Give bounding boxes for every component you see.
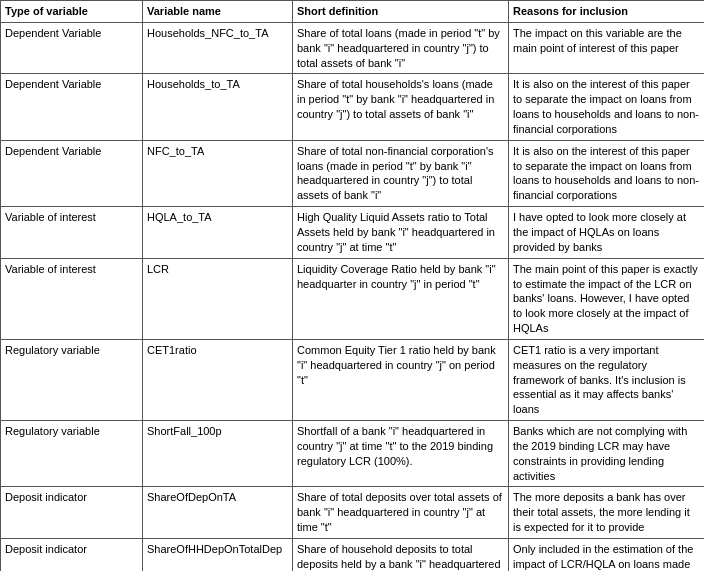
cell-definition: Share of household deposits to total dep… [293, 539, 509, 572]
header-reason: Reasons for inclusion [509, 1, 705, 23]
cell-type: Regulatory variable [1, 339, 143, 420]
header-definition: Short definition [293, 1, 509, 23]
cell-reason: The impact on this variable are the main… [509, 22, 705, 74]
cell-reason: The main point of this paper is exactly … [509, 258, 705, 339]
cell-name: ShortFall_100p [143, 421, 293, 487]
table-row: Variable of interestHQLA_to_TAHigh Quali… [1, 207, 705, 259]
cell-type: Regulatory variable [1, 421, 143, 487]
cell-type: Dependent Variable [1, 22, 143, 74]
table-row: Dependent VariableNFC_to_TAShare of tota… [1, 140, 705, 206]
cell-definition: Common Equity Tier 1 ratio held by bank … [293, 339, 509, 420]
cell-definition: Share of total loans (made in period "t"… [293, 22, 509, 74]
cell-definition: Liquidity Coverage Ratio held by bank "i… [293, 258, 509, 339]
table-row: Dependent VariableHouseholds_NFC_to_TASh… [1, 22, 705, 74]
cell-type: Variable of interest [1, 258, 143, 339]
cell-name: NFC_to_TA [143, 140, 293, 206]
cell-reason: It is also on the interest of this paper… [509, 140, 705, 206]
cell-name: HQLA_to_TA [143, 207, 293, 259]
cell-reason: CET1 ratio is a very important measures … [509, 339, 705, 420]
header-type: Type of variable [1, 1, 143, 23]
cell-definition: Share of total non-financial corporation… [293, 140, 509, 206]
table-row: Variable of interestLCRLiquidity Coverag… [1, 258, 705, 339]
table-row: Deposit indicatorShareOfHHDepOnTotalDepS… [1, 539, 705, 572]
cell-reason: I have opted to look more closely at the… [509, 207, 705, 259]
cell-definition: Share of total households's loans (made … [293, 74, 509, 140]
cell-reason: It is also on the interest of this paper… [509, 74, 705, 140]
table-row: Deposit indicatorShareOfDepOnTAShare of … [1, 487, 705, 539]
header-name: Variable name [143, 1, 293, 23]
cell-name: Households_to_TA [143, 74, 293, 140]
cell-definition: Share of total deposits over total asset… [293, 487, 509, 539]
cell-type: Dependent Variable [1, 140, 143, 206]
cell-reason: The more deposits a bank has over their … [509, 487, 705, 539]
cell-name: ShareOfHHDepOnTotalDep [143, 539, 293, 572]
cell-type: Dependent Variable [1, 74, 143, 140]
table-row: Regulatory variableShortFall_100pShortfa… [1, 421, 705, 487]
cell-name: Households_NFC_to_TA [143, 22, 293, 74]
cell-type: Deposit indicator [1, 487, 143, 539]
cell-name: ShareOfDepOnTA [143, 487, 293, 539]
cell-reason: Only included in the estimation of the i… [509, 539, 705, 572]
cell-type: Deposit indicator [1, 539, 143, 572]
table-row: Regulatory variableCET1ratioCommon Equit… [1, 339, 705, 420]
table-header-row: Type of variable Variable name Short def… [1, 1, 705, 23]
table-row: Dependent VariableHouseholds_to_TAShare … [1, 74, 705, 140]
cell-name: CET1ratio [143, 339, 293, 420]
cell-definition: High Quality Liquid Assets ratio to Tota… [293, 207, 509, 259]
cell-name: LCR [143, 258, 293, 339]
cell-definition: Shortfall of a bank "i" headquartered in… [293, 421, 509, 487]
cell-type: Variable of interest [1, 207, 143, 259]
cell-reason: Banks which are not complying with the 2… [509, 421, 705, 487]
